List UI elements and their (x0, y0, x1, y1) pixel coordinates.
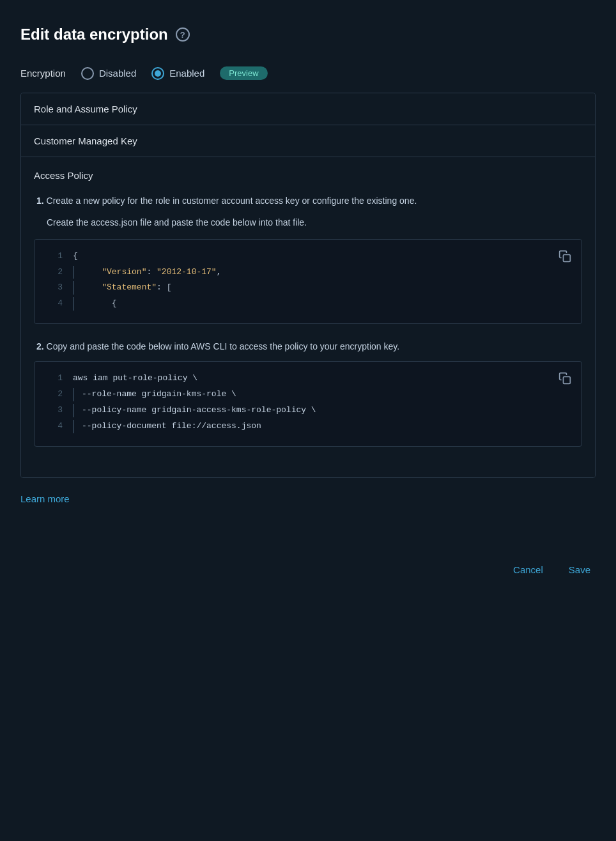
code2-num-4: 4 (45, 420, 63, 433)
code-line-1: 1 { (45, 250, 571, 263)
encryption-disabled-option[interactable]: Disabled (81, 67, 136, 80)
role-policy-section[interactable]: Role and Assume Policy (21, 93, 595, 125)
step-2-code-block: 1 aws iam put-role-policy \ 2 --role-nam… (34, 361, 582, 446)
page-title: Edit data encryption (20, 26, 168, 43)
step-2-number: 2. (36, 341, 44, 351)
preview-badge: Preview (220, 66, 267, 80)
sections-container: Role and Assume Policy Customer Managed … (20, 93, 596, 478)
line-num-2: 2 (45, 266, 63, 279)
line-content-2: "Version": "2012-10-17", (73, 266, 221, 279)
customer-key-label: Customer Managed Key (34, 135, 137, 146)
code2-line-2: 2 --role-name gridgain-kms-role \ (45, 388, 571, 401)
code2-content-1: aws iam put-role-policy \ (73, 372, 197, 385)
copy-icon-step2[interactable] (556, 369, 574, 387)
encryption-enabled-radio[interactable] (151, 67, 164, 80)
step-2-block: 2. Copy and paste the code below into AW… (34, 339, 582, 447)
code-line-2: 2 "Version": "2012-10-17", (45, 266, 571, 279)
cancel-button[interactable]: Cancel (508, 560, 548, 579)
line-content-4: { (73, 297, 117, 311)
customer-key-section[interactable]: Customer Managed Key (21, 125, 595, 157)
code2-content-3: --policy-name gridgain-access-kms-role-p… (73, 404, 316, 417)
code2-num-1: 1 (45, 372, 63, 385)
code2-content-4: --policy-document file://access.json (73, 420, 261, 433)
encryption-label: Encryption (20, 68, 66, 79)
step-1-block: 1. Create a new policy for the role in c… (34, 194, 582, 324)
code2-line-1: 1 aws iam put-role-policy \ (45, 372, 571, 385)
line-content-1: { (73, 250, 78, 263)
code2-line-4: 4 --policy-document file://access.json (45, 420, 571, 433)
line-num-1: 1 (45, 250, 63, 263)
role-policy-label: Role and Assume Policy (34, 104, 137, 114)
encryption-row: Encryption Disabled Enabled Preview (20, 66, 596, 80)
code2-num-2: 2 (45, 388, 63, 401)
step-2-main: Copy and paste the code below into AWS C… (47, 341, 400, 351)
save-button[interactable]: Save (564, 560, 596, 579)
encryption-disabled-radio[interactable] (81, 67, 94, 80)
code-line-3: 3 "Statement": [ (45, 281, 571, 295)
step-1-sub: Create the access.json file and paste th… (34, 215, 582, 229)
line-num-4: 4 (45, 297, 63, 311)
page-title-row: Edit data encryption ? (20, 26, 596, 43)
help-icon[interactable]: ? (176, 27, 190, 42)
copy-icon-step1[interactable] (556, 247, 574, 265)
footer-actions: Cancel Save (20, 550, 596, 579)
step-1-text: 1. Create a new policy for the role in c… (34, 194, 582, 208)
line-num-3: 3 (45, 281, 63, 295)
code-line-4: 4 { (45, 297, 571, 311)
step-1-number: 1. (36, 196, 44, 206)
code2-num-3: 3 (45, 404, 63, 417)
encryption-enabled-option[interactable]: Enabled (151, 67, 204, 80)
encryption-disabled-label: Disabled (99, 68, 136, 79)
code2-content-2: --role-name gridgain-kms-role \ (73, 388, 236, 401)
svg-rect-0 (564, 254, 571, 261)
learn-more-link[interactable]: Learn more (20, 493, 70, 504)
step-1-code-block: 1 { 2 "Version": "2012-10-17", 3 "Statem… (34, 239, 582, 324)
svg-rect-1 (564, 377, 571, 384)
code2-line-3: 3 --policy-name gridgain-access-kms-role… (45, 404, 571, 417)
encryption-enabled-label: Enabled (169, 68, 204, 79)
step-2-text: 2. Copy and paste the code below into AW… (34, 339, 582, 353)
step-1-main: Create a new policy for the role in cust… (47, 196, 417, 206)
access-policy-section: Access Policy 1. Create a new policy for… (21, 157, 595, 477)
line-content-3: "Statement": [ (73, 281, 171, 295)
access-policy-title: Access Policy (34, 170, 582, 181)
